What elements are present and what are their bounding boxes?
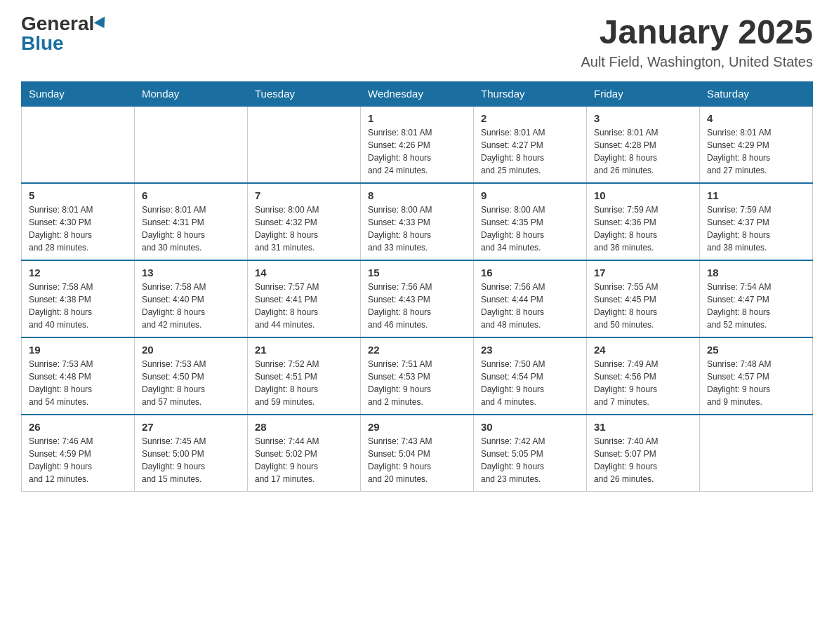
calendar-cell: 11Sunrise: 7:59 AM Sunset: 4:37 PM Dayli… xyxy=(700,183,813,260)
day-number: 8 xyxy=(368,189,466,201)
day-number: 19 xyxy=(29,344,127,356)
calendar-cell: 31Sunrise: 7:40 AM Sunset: 5:07 PM Dayli… xyxy=(587,415,700,492)
day-info: Sunrise: 8:01 AM Sunset: 4:26 PM Dayligh… xyxy=(368,126,466,177)
week-row-2: 5Sunrise: 8:01 AM Sunset: 4:30 PM Daylig… xyxy=(22,183,813,260)
calendar-cell: 19Sunrise: 7:53 AM Sunset: 4:48 PM Dayli… xyxy=(22,337,135,415)
day-info: Sunrise: 7:58 AM Sunset: 4:40 PM Dayligh… xyxy=(142,281,240,331)
day-number: 24 xyxy=(594,344,692,356)
day-info: Sunrise: 7:53 AM Sunset: 4:50 PM Dayligh… xyxy=(142,358,240,408)
calendar-cell xyxy=(22,106,135,183)
calendar-cell: 26Sunrise: 7:46 AM Sunset: 4:59 PM Dayli… xyxy=(22,415,135,492)
day-info: Sunrise: 7:46 AM Sunset: 4:59 PM Dayligh… xyxy=(29,435,127,485)
day-number: 11 xyxy=(707,189,805,201)
day-info: Sunrise: 7:51 AM Sunset: 4:53 PM Dayligh… xyxy=(368,358,466,408)
day-number: 4 xyxy=(707,112,805,124)
calendar-table: SundayMondayTuesdayWednesdayThursdayFrid… xyxy=(21,81,813,492)
header-day-friday: Friday xyxy=(587,81,700,106)
day-number: 3 xyxy=(594,112,692,124)
day-number: 31 xyxy=(594,421,692,433)
calendar-cell: 20Sunrise: 7:53 AM Sunset: 4:50 PM Dayli… xyxy=(135,337,248,415)
day-number: 1 xyxy=(368,112,466,124)
calendar-cell xyxy=(248,106,361,183)
calendar-cell: 8Sunrise: 8:00 AM Sunset: 4:33 PM Daylig… xyxy=(361,183,474,260)
logo-blue-text: Blue xyxy=(21,34,64,53)
day-info: Sunrise: 8:00 AM Sunset: 4:32 PM Dayligh… xyxy=(255,203,353,254)
header-day-monday: Monday xyxy=(135,81,248,106)
day-info: Sunrise: 8:01 AM Sunset: 4:29 PM Dayligh… xyxy=(707,126,805,177)
day-info: Sunrise: 7:44 AM Sunset: 5:02 PM Dayligh… xyxy=(255,435,353,485)
day-number: 27 xyxy=(142,421,240,433)
day-number: 16 xyxy=(481,267,579,279)
day-number: 7 xyxy=(255,189,353,201)
day-number: 9 xyxy=(481,189,579,201)
day-number: 26 xyxy=(29,421,127,433)
day-number: 25 xyxy=(707,344,805,356)
calendar-cell: 3Sunrise: 8:01 AM Sunset: 4:28 PM Daylig… xyxy=(587,106,700,183)
week-row-5: 26Sunrise: 7:46 AM Sunset: 4:59 PM Dayli… xyxy=(22,415,813,492)
calendar-cell: 17Sunrise: 7:55 AM Sunset: 4:45 PM Dayli… xyxy=(587,260,700,337)
calendar-cell: 4Sunrise: 8:01 AM Sunset: 4:29 PM Daylig… xyxy=(700,106,813,183)
day-number: 28 xyxy=(255,421,353,433)
logo: General Blue xyxy=(21,14,108,53)
day-number: 5 xyxy=(29,189,127,201)
calendar-title: January 2025 xyxy=(581,14,813,51)
header-day-wednesday: Wednesday xyxy=(361,81,474,106)
calendar-cell: 2Sunrise: 8:01 AM Sunset: 4:27 PM Daylig… xyxy=(474,106,587,183)
calendar-cell: 15Sunrise: 7:56 AM Sunset: 4:43 PM Dayli… xyxy=(361,260,474,337)
title-block: January 2025 Ault Field, Washington, Uni… xyxy=(581,14,813,70)
day-number: 12 xyxy=(29,267,127,279)
day-info: Sunrise: 7:43 AM Sunset: 5:04 PM Dayligh… xyxy=(368,435,466,485)
day-number: 2 xyxy=(481,112,579,124)
calendar-cell: 5Sunrise: 8:01 AM Sunset: 4:30 PM Daylig… xyxy=(22,183,135,260)
day-number: 18 xyxy=(707,267,805,279)
calendar-cell: 14Sunrise: 7:57 AM Sunset: 4:41 PM Dayli… xyxy=(248,260,361,337)
day-number: 14 xyxy=(255,267,353,279)
day-number: 23 xyxy=(481,344,579,356)
day-info: Sunrise: 7:48 AM Sunset: 4:57 PM Dayligh… xyxy=(707,358,805,408)
calendar-cell: 21Sunrise: 7:52 AM Sunset: 4:51 PM Dayli… xyxy=(248,337,361,415)
day-info: Sunrise: 7:59 AM Sunset: 4:36 PM Dayligh… xyxy=(594,203,692,254)
day-info: Sunrise: 8:01 AM Sunset: 4:28 PM Dayligh… xyxy=(594,126,692,177)
day-info: Sunrise: 7:56 AM Sunset: 4:44 PM Dayligh… xyxy=(481,281,579,331)
day-info: Sunrise: 7:45 AM Sunset: 5:00 PM Dayligh… xyxy=(142,435,240,485)
calendar-cell: 22Sunrise: 7:51 AM Sunset: 4:53 PM Dayli… xyxy=(361,337,474,415)
calendar-cell: 9Sunrise: 8:00 AM Sunset: 4:35 PM Daylig… xyxy=(474,183,587,260)
week-row-1: 1Sunrise: 8:01 AM Sunset: 4:26 PM Daylig… xyxy=(22,106,813,183)
calendar-cell: 28Sunrise: 7:44 AM Sunset: 5:02 PM Dayli… xyxy=(248,415,361,492)
calendar-cell: 13Sunrise: 7:58 AM Sunset: 4:40 PM Dayli… xyxy=(135,260,248,337)
day-number: 13 xyxy=(142,267,240,279)
day-info: Sunrise: 8:01 AM Sunset: 4:31 PM Dayligh… xyxy=(142,203,240,254)
week-row-3: 12Sunrise: 7:58 AM Sunset: 4:38 PM Dayli… xyxy=(22,260,813,337)
logo-triangle-icon xyxy=(94,16,110,31)
calendar-cell xyxy=(135,106,248,183)
calendar-cell: 10Sunrise: 7:59 AM Sunset: 4:36 PM Dayli… xyxy=(587,183,700,260)
day-info: Sunrise: 7:57 AM Sunset: 4:41 PM Dayligh… xyxy=(255,281,353,331)
day-number: 21 xyxy=(255,344,353,356)
day-info: Sunrise: 7:53 AM Sunset: 4:48 PM Dayligh… xyxy=(29,358,127,408)
header-day-thursday: Thursday xyxy=(474,81,587,106)
calendar-cell: 7Sunrise: 8:00 AM Sunset: 4:32 PM Daylig… xyxy=(248,183,361,260)
day-number: 17 xyxy=(594,267,692,279)
day-number: 15 xyxy=(368,267,466,279)
calendar-cell: 24Sunrise: 7:49 AM Sunset: 4:56 PM Dayli… xyxy=(587,337,700,415)
day-info: Sunrise: 7:59 AM Sunset: 4:37 PM Dayligh… xyxy=(707,203,805,254)
calendar-cell: 1Sunrise: 8:01 AM Sunset: 4:26 PM Daylig… xyxy=(361,106,474,183)
header-row: SundayMondayTuesdayWednesdayThursdayFrid… xyxy=(22,81,813,106)
calendar-cell xyxy=(700,415,813,492)
header-day-saturday: Saturday xyxy=(700,81,813,106)
day-info: Sunrise: 8:01 AM Sunset: 4:30 PM Dayligh… xyxy=(29,203,127,254)
calendar-cell: 27Sunrise: 7:45 AM Sunset: 5:00 PM Dayli… xyxy=(135,415,248,492)
day-info: Sunrise: 7:55 AM Sunset: 4:45 PM Dayligh… xyxy=(594,281,692,331)
calendar-cell: 16Sunrise: 7:56 AM Sunset: 4:44 PM Dayli… xyxy=(474,260,587,337)
day-number: 20 xyxy=(142,344,240,356)
day-info: Sunrise: 7:50 AM Sunset: 4:54 PM Dayligh… xyxy=(481,358,579,408)
calendar-cell: 30Sunrise: 7:42 AM Sunset: 5:05 PM Dayli… xyxy=(474,415,587,492)
day-number: 22 xyxy=(368,344,466,356)
header-day-tuesday: Tuesday xyxy=(248,81,361,106)
day-info: Sunrise: 7:40 AM Sunset: 5:07 PM Dayligh… xyxy=(594,435,692,485)
calendar-cell: 18Sunrise: 7:54 AM Sunset: 4:47 PM Dayli… xyxy=(700,260,813,337)
calendar-cell: 25Sunrise: 7:48 AM Sunset: 4:57 PM Dayli… xyxy=(700,337,813,415)
day-number: 10 xyxy=(594,189,692,201)
page-header: General Blue January 2025 Ault Field, Wa… xyxy=(21,14,813,70)
day-info: Sunrise: 7:42 AM Sunset: 5:05 PM Dayligh… xyxy=(481,435,579,485)
